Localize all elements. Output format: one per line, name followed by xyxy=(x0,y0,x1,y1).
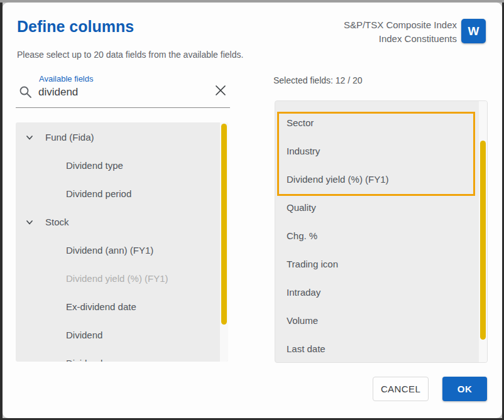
selected-fields-panel: SectorIndustryDividend yield (%) (FY1)Qu… xyxy=(275,100,488,363)
field-row[interactable]: Dividend xyxy=(16,321,219,349)
tree-group-row[interactable]: Fund (Fida) xyxy=(16,123,219,151)
field-label: Ex-dividend date xyxy=(66,301,136,312)
field-row[interactable]: Chg. % xyxy=(275,222,478,250)
chevron-down-icon[interactable] xyxy=(25,217,35,227)
field-row[interactable]: Dividend yield (%) (FY1) xyxy=(275,165,478,193)
field-row[interactable]: Volume xyxy=(275,306,478,335)
ok-button[interactable]: OK xyxy=(442,377,487,401)
cancel-button[interactable]: CANCEL xyxy=(373,377,429,401)
field-row[interactable]: Industry xyxy=(275,137,478,165)
field-label: Fund (Fida) xyxy=(45,132,94,143)
selected-list: SectorIndustryDividend yield (%) (FY1)Qu… xyxy=(275,101,478,363)
field-label: Dividend period xyxy=(66,188,131,199)
field-label: Last date xyxy=(287,343,326,354)
clear-search-icon[interactable] xyxy=(214,84,227,97)
search-underline xyxy=(16,107,230,108)
context-index-name: S&P/TSX Composite Index xyxy=(344,18,457,32)
context-window-name: Index Constituents xyxy=(344,32,457,46)
available-fields-search: Available fields xyxy=(16,69,230,108)
field-label: Dividend xyxy=(66,330,102,340)
field-row[interactable]: Dividend (ann) (FY1) xyxy=(16,236,219,264)
field-label: Intraday xyxy=(287,287,320,298)
dialog-title: Define columns xyxy=(17,18,134,36)
field-label: Dividend (ann) (FY1) xyxy=(66,245,153,256)
field-row[interactable]: Dividend type xyxy=(16,151,219,180)
selected-fields-counter: Selected fields: 12 / 20 xyxy=(273,75,363,85)
search-input[interactable] xyxy=(38,84,208,100)
field-row[interactable]: Trading icon xyxy=(275,250,478,278)
field-row[interactable]: Last date xyxy=(275,335,478,363)
chevron-down-icon[interactable] xyxy=(25,132,35,143)
field-row[interactable]: Dividend period xyxy=(16,180,219,208)
field-label: Dividend yield (%) (FY1) xyxy=(66,273,168,284)
field-label: Sector xyxy=(287,117,314,128)
screenshot-frame: Define columns S&P/TSX Composite Index I… xyxy=(0,0,504,420)
dialog-subtitle: Please select up to 20 data fields from … xyxy=(17,50,243,60)
field-row[interactable]: Quality xyxy=(275,193,478,222)
search-field-label: Available fields xyxy=(39,74,93,83)
field-label: Stock xyxy=(45,217,69,227)
field-label: Volume xyxy=(287,315,318,326)
field-label: Dividend currency xyxy=(66,358,141,362)
context-header: S&P/TSX Composite Index Index Constituen… xyxy=(344,18,457,46)
available-list: Fund (Fida)Dividend typeDividend periodS… xyxy=(16,122,219,362)
field-label: Dividend type xyxy=(66,160,123,171)
field-label: Chg. % xyxy=(287,230,317,241)
field-label: Industry xyxy=(287,146,320,156)
field-row[interactable]: Intraday xyxy=(275,278,478,306)
available-scrollbar-thumb[interactable] xyxy=(221,124,227,325)
field-row: Dividend yield (%) (FY1) xyxy=(16,264,219,293)
field-row[interactable]: Dividend currency xyxy=(16,349,219,362)
define-columns-dialog: Define columns S&P/TSX Composite Index I… xyxy=(3,3,502,418)
tree-group-row[interactable]: Stock xyxy=(16,208,219,236)
field-label: Trading icon xyxy=(287,259,338,269)
available-fields-panel: Fund (Fida)Dividend typeDividend periodS… xyxy=(16,122,228,362)
field-label: Quality xyxy=(287,202,316,213)
field-row[interactable]: Ex-dividend date xyxy=(16,293,219,321)
selected-scrollbar-thumb[interactable] xyxy=(480,141,486,340)
field-label: Dividend yield (%) (FY1) xyxy=(287,174,389,185)
field-row[interactable]: Sector xyxy=(275,109,478,137)
window-link-badge[interactable]: W xyxy=(461,19,486,43)
search-icon xyxy=(19,85,32,101)
